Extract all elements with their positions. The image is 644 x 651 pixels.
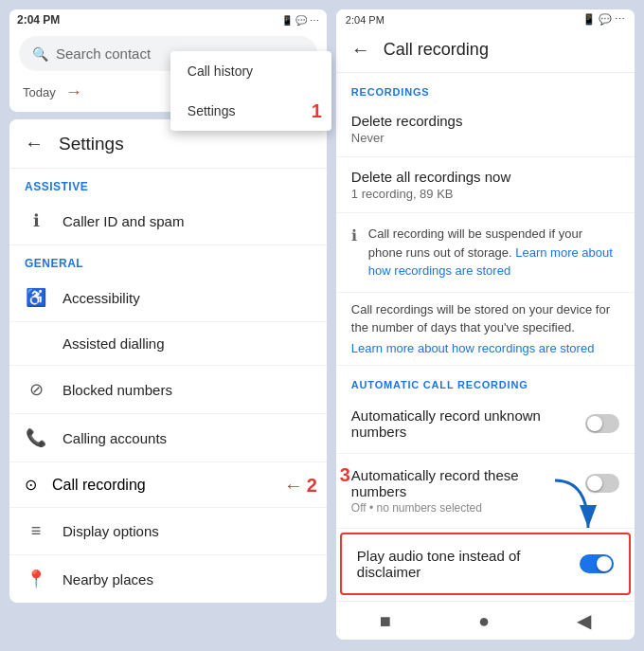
- status-icons-left-top: 📱 💬 ⋯: [281, 15, 319, 26]
- settings-item-nearby-places[interactable]: 📍 Nearby places: [9, 555, 327, 603]
- play-audio-tone-toggle[interactable]: [580, 554, 614, 573]
- annotation-2: 2: [307, 474, 317, 496]
- play-audio-tone-item[interactable]: Play audio tone instead of disclaimer: [340, 533, 631, 595]
- auto-record-numbers-item[interactable]: Automatically record these numbers Off •…: [336, 454, 635, 529]
- nav-back-icon[interactable]: ◀: [577, 609, 591, 632]
- auto-recording-section-label: AUTOMATIC CALL RECORDING: [336, 366, 635, 394]
- info-storage-text: Call recording will be suspended if your…: [368, 225, 619, 280]
- storage-info-item: Call recordings will be stored on your d…: [336, 293, 635, 367]
- settings-item-caller-id[interactable]: ℹ Caller ID and spam: [9, 197, 327, 245]
- delete-all-title: Delete all recordings now: [351, 169, 619, 185]
- calling-accounts-text: Calling accounts: [63, 430, 167, 446]
- blocked-numbers-icon: ⊘: [25, 379, 47, 400]
- nav-circle-icon[interactable]: ●: [478, 610, 490, 632]
- settings-item-blocked-numbers[interactable]: ⊘ Blocked numbers: [9, 366, 327, 414]
- auto-record-numbers-text: Automatically record these numbers: [351, 467, 560, 499]
- play-audio-container: Play audio tone instead of disclaimer: [340, 533, 631, 595]
- time-right: 2:04 PM: [346, 14, 385, 26]
- settings-item-assisted-dialling[interactable]: Assisted dialling: [9, 322, 327, 366]
- nearby-places-icon: 📍: [25, 569, 47, 589]
- time-left-top: 2:04 PM: [17, 13, 60, 27]
- status-bar-right: 2:04 PM 📱 💬 ⋯: [336, 9, 635, 29]
- annotation-1: 1: [312, 100, 331, 122]
- settings-item-calling-accounts[interactable]: 📞 Calling accounts: [9, 414, 327, 462]
- right-content: RECORDINGS Delete recordings Never Delet…: [336, 73, 635, 601]
- search-text: Search contact: [56, 45, 151, 62]
- status-bar-left-top: 2:04 PM 📱 💬 ⋯: [9, 9, 327, 30]
- nav-square-icon[interactable]: ■: [380, 610, 391, 632]
- bottom-nav: ■ ● ◀: [336, 601, 635, 640]
- storage-info-text: Call recordings will be stored on your d…: [351, 300, 619, 358]
- right-header: ← Call recording: [336, 29, 635, 73]
- auto-record-numbers-toggle[interactable]: [585, 474, 619, 493]
- arrow-left-icon: ←: [284, 474, 303, 496]
- info-storage-item: ℹ Call recording will be suspended if yo…: [336, 213, 635, 293]
- right-back-icon[interactable]: ←: [351, 39, 370, 61]
- accessibility-icon: ♿: [25, 287, 47, 308]
- settings-item-accessibility[interactable]: ♿ Accessibility: [9, 274, 327, 322]
- blocked-numbers-text: Blocked numbers: [63, 382, 172, 398]
- settings-item-call-recording[interactable]: ⊙ Call recording ← 2: [9, 462, 327, 508]
- auto-record-unknown-text: Automatically record unknown numbers: [351, 407, 560, 440]
- delete-all-sub: 1 recording, 89 KB: [351, 187, 619, 201]
- today-label: Today: [23, 85, 56, 99]
- learn-more-link-2[interactable]: Learn more about how recordings are stor…: [351, 339, 619, 358]
- toggle-knob-3: [597, 556, 612, 571]
- dropdown-call-history[interactable]: Call history: [170, 51, 331, 91]
- call-recording-text: Call recording: [52, 477, 146, 494]
- nearby-places-text: Nearby places: [63, 571, 153, 588]
- section-label-assistive: ASSISTIVE: [9, 169, 327, 197]
- caller-id-icon: ℹ: [25, 210, 47, 231]
- left-panel: 2:04 PM 📱 💬 ⋯ 🔍 Search contact Today → C…: [9, 9, 327, 603]
- delete-recordings-item[interactable]: Delete recordings Never: [336, 101, 635, 157]
- status-icons-right: 📱 💬 ⋯: [582, 13, 625, 26]
- right-title: Call recording: [384, 40, 489, 60]
- play-audio-tone-text: Play audio tone instead of disclaimer: [357, 548, 565, 580]
- accessibility-text: Accessibility: [63, 290, 140, 306]
- dropdown-settings[interactable]: Settings: [170, 91, 312, 131]
- assisted-dialling-text: Assisted dialling: [63, 335, 165, 352]
- calling-accounts-icon: 📞: [25, 427, 47, 448]
- info-icon: ℹ: [351, 226, 357, 244]
- delete-all-recordings-item[interactable]: Delete all recordings now 1 recording, 8…: [336, 157, 635, 213]
- annotation-2-container: ← 2: [284, 474, 317, 496]
- dropdown-menu: Call history Settings 1: [170, 51, 331, 131]
- delete-recordings-sub: Never: [351, 131, 619, 145]
- recordings-section-label: RECORDINGS: [336, 73, 635, 101]
- arrow-right-icon: →: [65, 82, 82, 102]
- caller-id-text: Caller ID and spam: [63, 213, 184, 229]
- display-options-text: Display options: [63, 523, 159, 539]
- delete-recordings-title: Delete recordings: [351, 113, 619, 129]
- settings-back-icon[interactable]: ←: [25, 133, 44, 154]
- auto-record-unknown-item[interactable]: Automatically record unknown numbers: [336, 394, 635, 454]
- search-card: 2:04 PM 📱 💬 ⋯ 🔍 Search contact Today → C…: [9, 9, 327, 112]
- auto-record-numbers-sub: Off • no numbers selected: [351, 501, 482, 515]
- search-icon: 🔍: [32, 46, 48, 62]
- settings-card: ← Settings ASSISTIVE ℹ Caller ID and spa…: [9, 119, 327, 603]
- settings-title: Settings: [59, 134, 124, 154]
- right-panel: 2:04 PM 📱 💬 ⋯ ← Call recording RECORDING…: [336, 9, 635, 640]
- toggle-knob-2: [587, 476, 602, 491]
- auto-record-unknown-toggle[interactable]: [585, 414, 619, 433]
- section-label-general: GENERAL: [9, 245, 327, 274]
- toggle-knob: [587, 416, 602, 431]
- display-options-icon: ≡: [25, 521, 47, 541]
- settings-item-display-options[interactable]: ≡ Display options: [9, 508, 327, 555]
- call-recording-icon: ⊙: [25, 476, 37, 494]
